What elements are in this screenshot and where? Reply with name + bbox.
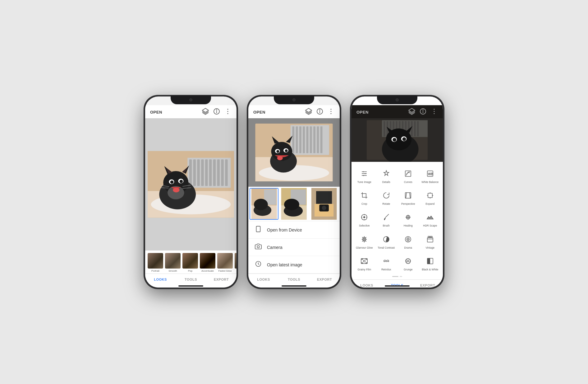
nav-looks-1[interactable]: LOOKS [145, 276, 176, 283]
info-icon-3[interactable] [419, 108, 427, 116]
gallery-thumb-2[interactable] [279, 188, 308, 220]
details-label: Details [382, 180, 390, 184]
tool-grainy-film[interactable]: Grainy Film [354, 253, 375, 274]
tool-crop[interactable]: Crop [354, 187, 375, 208]
svg-rect-17 [217, 159, 220, 186]
svg-rect-166 [366, 263, 367, 264]
phone1-content: Portrait Smooth Pop [145, 118, 237, 288]
tool-selective[interactable]: Selective [354, 209, 375, 230]
menu-open-device[interactable]: Open from Device [248, 221, 340, 239]
svg-line-139 [410, 193, 410, 198]
more-icon-3[interactable] [430, 108, 438, 116]
phone2-content: Open from Device Camera [248, 118, 340, 288]
info-icon[interactable] [213, 108, 220, 116]
more-icon[interactable] [224, 108, 232, 116]
menu-latest-image[interactable]: Open latest image [248, 256, 340, 274]
look-accentuate[interactable]: Accentuate [200, 253, 215, 272]
svg-marker-131 [384, 171, 389, 176]
svg-point-70 [277, 156, 283, 160]
nav-looks-2[interactable]: LOOKS [248, 276, 279, 283]
tool-healing[interactable]: Healing [398, 209, 419, 230]
svg-rect-57 [317, 126, 319, 153]
tool-curves[interactable]: Curves [398, 166, 419, 186]
nav-tools-3[interactable]: TOOLS [382, 282, 412, 288]
svg-rect-52 [299, 126, 301, 153]
front-camera-3 [396, 98, 399, 101]
gallery-thumb-3[interactable] [310, 188, 338, 220]
look-pop[interactable]: Pop [182, 253, 198, 272]
svg-point-154 [386, 237, 387, 238]
svg-point-169 [407, 260, 409, 262]
svg-point-120 [393, 138, 396, 142]
nav-export-1[interactable]: EXPORT [206, 276, 237, 283]
glamour-icon [359, 234, 369, 244]
clock-icon [255, 260, 262, 269]
tool-expand[interactable]: Expand [420, 187, 441, 208]
look-label-faded-glow: Faded Glow [218, 269, 232, 272]
tool-tune-image[interactable]: Tune Image [354, 166, 375, 186]
svg-rect-51 [296, 126, 298, 153]
tool-grunge[interactable]: Grunge [398, 253, 419, 274]
layers-icon-3[interactable] [408, 108, 416, 116]
more-icon-2[interactable] [327, 108, 335, 116]
expand-icon [425, 190, 435, 200]
wb-icon: WB [425, 169, 435, 179]
camera-icon [255, 243, 262, 251]
tool-hdr-scape[interactable]: HDR Scape [420, 209, 441, 230]
info-icon-2[interactable] [316, 108, 324, 116]
retrolux-icon [381, 256, 391, 266]
tool-glamour-glow[interactable]: Glamour Glow [354, 231, 375, 252]
open-button-2[interactable]: OPEN [253, 110, 265, 115]
menu-camera[interactable]: Camera [248, 239, 340, 256]
tool-rotate[interactable]: Rotate [376, 187, 397, 208]
svg-rect-132 [405, 171, 411, 176]
looks-strip: Portrait Smooth Pop [145, 251, 237, 274]
details-icon [381, 169, 391, 179]
svg-point-97 [434, 111, 435, 112]
open-button[interactable]: OPEN [150, 110, 162, 115]
crop-icon [359, 190, 369, 200]
tool-vintage[interactable]: Vintage [420, 231, 441, 252]
tool-bw[interactable]: Black & White [420, 253, 441, 274]
look-smooth[interactable]: Smooth [165, 253, 181, 272]
look-label-pop: Pop [188, 269, 192, 272]
nav-tools-2[interactable]: TOOLS [279, 276, 309, 283]
tonal-label: Tonal Contrast [378, 246, 395, 249]
grainy-label: Grainy Film [358, 268, 371, 271]
layers-icon-2[interactable] [305, 108, 312, 116]
svg-text:WB: WB [428, 172, 433, 176]
tool-details[interactable]: Details [376, 166, 397, 186]
look-label-accentuate: Accentuate [201, 269, 214, 272]
layers-icon[interactable] [202, 108, 209, 116]
cat-photo [148, 121, 234, 248]
phone3-content: Tune Image Details [351, 118, 443, 288]
svg-point-130 [363, 175, 364, 176]
svg-rect-102 [384, 121, 385, 136]
svg-point-96 [434, 109, 435, 110]
svg-rect-55 [310, 126, 312, 153]
nav-looks-3[interactable]: LOOKS [351, 282, 382, 288]
menu-open-device-label: Open from Device [267, 227, 302, 232]
look-portrait[interactable]: Portrait [148, 253, 163, 272]
svg-rect-164 [362, 263, 363, 264]
open-button-3[interactable]: OPEN [356, 110, 369, 115]
nav-tools-1[interactable]: TOOLS [176, 276, 206, 283]
front-camera [189, 98, 192, 101]
top-bar-icons-3 [408, 108, 438, 116]
svg-rect-14 [205, 159, 208, 186]
svg-rect-157 [427, 238, 433, 242]
tool-drama[interactable]: Drama [398, 231, 419, 252]
look-m[interactable]: M [235, 253, 237, 272]
nav-export-3[interactable]: EXPORT [412, 282, 443, 288]
tool-retrolux[interactable]: Retrolux [376, 253, 397, 274]
tool-white-balance[interactable]: WB White Balance [420, 166, 441, 186]
look-faded-glow[interactable]: Faded Glow [217, 253, 233, 272]
tool-brush[interactable]: Brush [376, 209, 397, 230]
svg-point-121 [402, 137, 406, 141]
glamour-label: Glamour Glow [356, 246, 373, 249]
tool-tonal-contrast[interactable]: Tonal Contrast [376, 231, 397, 252]
nav-export-2[interactable]: EXPORT [309, 276, 340, 283]
gallery-thumb-1[interactable] [250, 188, 278, 220]
hdrscape-label: HDR Scape [423, 224, 437, 227]
tool-perspective[interactable]: Perspective [398, 187, 419, 208]
